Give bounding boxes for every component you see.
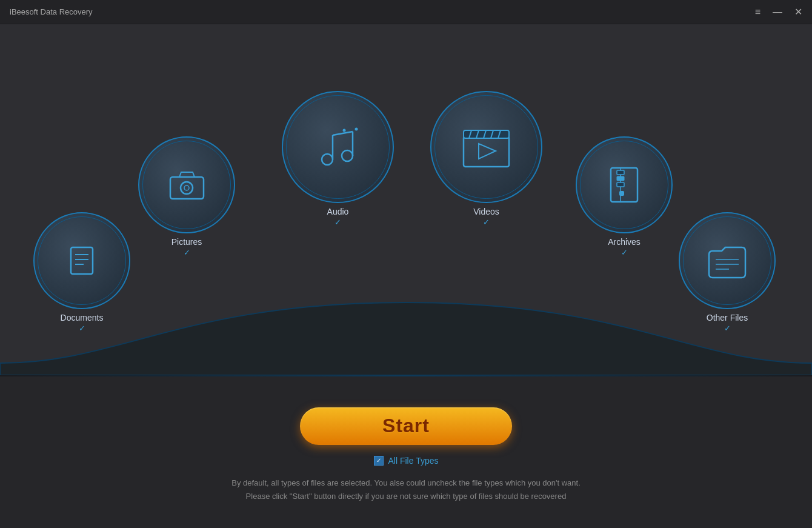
videos-circle[interactable]: Videos ✓: [430, 91, 542, 227]
svg-rect-24: [617, 170, 624, 175]
bottom-section: Start ✓ All File Types By default, all t…: [0, 376, 812, 528]
svg-point-13: [354, 128, 358, 131]
documents-icon: [64, 242, 100, 279]
title-bar: iBeesoft Data Recovery ≡ — ✕: [0, 0, 812, 24]
info-text: By default, all types of files are selec…: [231, 476, 581, 503]
archives-ring: [576, 136, 673, 233]
wave-area: Documents ✓ Pictures ✓: [0, 24, 812, 375]
svg-rect-14: [464, 136, 509, 167]
archives-check: ✓: [621, 248, 628, 257]
documents-circle[interactable]: Documents ✓: [33, 212, 130, 333]
documents-label: Documents: [61, 313, 104, 322]
window-controls: ≡ — ✕: [755, 7, 802, 17]
music-icon: [314, 124, 362, 170]
svg-line-11: [333, 132, 353, 135]
otherfiles-circle[interactable]: Other Files ✓: [679, 212, 776, 333]
svg-point-12: [342, 129, 345, 132]
pictures-label: Pictures: [171, 237, 202, 247]
audio-circle[interactable]: Audio ✓: [282, 91, 394, 227]
videos-ring: [430, 91, 542, 203]
camera-icon: [167, 169, 207, 202]
start-button[interactable]: Start: [300, 407, 512, 445]
all-file-types-label: All File Types: [388, 456, 439, 466]
svg-marker-21: [479, 144, 496, 159]
otherfiles-ring: [679, 212, 776, 309]
svg-rect-22: [611, 168, 637, 202]
archives-label: Archives: [608, 237, 641, 247]
info-line1: By default, all types of files are selec…: [231, 476, 581, 490]
svg-rect-25: [617, 176, 624, 181]
svg-line-19: [491, 130, 493, 138]
svg-line-17: [476, 130, 479, 138]
svg-line-20: [498, 130, 501, 138]
pictures-ring: [138, 136, 235, 233]
svg-point-8: [342, 150, 353, 161]
info-line2: Please click "Start" button directly if …: [231, 490, 581, 503]
all-file-types-checkbox[interactable]: ✓: [374, 456, 384, 466]
svg-rect-15: [464, 130, 509, 138]
svg-point-5: [181, 182, 193, 194]
videos-check: ✓: [483, 218, 490, 227]
svg-point-6: [184, 185, 189, 190]
video-icon: [461, 124, 512, 170]
circles-container: Documents ✓ Pictures ✓: [0, 24, 812, 375]
archives-circle[interactable]: Archives ✓: [576, 136, 673, 257]
svg-line-16: [469, 130, 471, 138]
documents-check: ✓: [79, 324, 85, 333]
menu-button[interactable]: ≡: [755, 7, 760, 17]
videos-label: Videos: [473, 207, 499, 216]
pictures-check: ✓: [184, 248, 190, 257]
svg-line-18: [484, 130, 486, 138]
documents-ring: [33, 212, 130, 309]
minimize-button[interactable]: —: [773, 7, 782, 17]
pictures-circle[interactable]: Pictures ✓: [138, 136, 235, 257]
app-title: iBeesoft Data Recovery: [10, 7, 93, 16]
svg-rect-27: [619, 191, 624, 196]
svg-rect-26: [617, 182, 624, 187]
svg-rect-0: [71, 247, 93, 274]
close-button[interactable]: ✕: [794, 7, 802, 17]
all-file-types-row[interactable]: ✓ All File Types: [374, 456, 439, 466]
audio-label: Audio: [327, 207, 349, 216]
audio-ring: [282, 91, 394, 203]
main-content: Documents ✓ Pictures ✓: [0, 24, 812, 528]
svg-point-7: [322, 154, 333, 165]
svg-rect-4: [170, 177, 204, 199]
otherfiles-check: ✓: [724, 324, 731, 333]
archive-icon: [606, 165, 642, 205]
otherfiles-label: Other Files: [707, 313, 748, 322]
folder-icon: [706, 242, 748, 279]
audio-check: ✓: [334, 218, 341, 227]
